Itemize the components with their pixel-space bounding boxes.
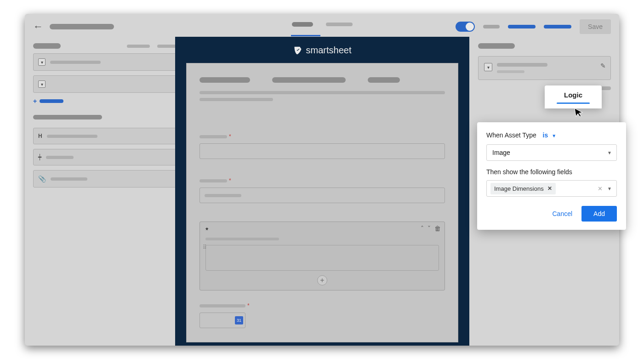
add-option-button[interactable]: + [317,275,327,285]
available-field-dropdown[interactable]: ▾ [33,53,180,71]
add-field-link[interactable]: + [33,97,180,105]
title-word-2 [272,77,346,83]
field-type-placeholder [497,70,524,73]
form-title-row [199,77,445,83]
dropdown-icon: ▾ [38,58,46,66]
operator-dropdown[interactable]: is ▼ [543,131,556,139]
logic-tab-underline [557,102,590,104]
title-word-3 [368,77,400,83]
form-field-date[interactable]: * 31 [199,302,445,328]
condition-value-select[interactable]: Image ▼ [486,144,617,161]
field-settings-heading-placeholder [478,43,515,49]
textarea-input[interactable] [205,245,439,271]
active-tab-underline [291,35,320,36]
top-bar: ← Save [25,14,619,40]
add-field-label-placeholder [40,99,63,103]
form-title-placeholder [50,24,114,29]
caret-down-icon: ▼ [607,150,612,155]
condition-row: When Asset Type is ▼ [486,131,617,139]
field-name-placeholder [497,63,547,67]
popover-actions: Cancel Add [486,206,617,222]
save-button[interactable]: Save [580,19,611,34]
operator-label: is [543,131,548,139]
drag-handle-icon[interactable]: ⠿ [203,244,206,250]
field-label-placeholder [199,179,227,182]
element-label-placeholder [51,177,87,181]
left-panel: ▾ ▾ + H ┿ 📎 [33,43,180,192]
tab-build[interactable] [292,22,313,27]
clear-all-icon[interactable]: ✕ [598,185,603,192]
brand-text: smartsheet [306,45,352,56]
required-asterisk: * [229,177,231,184]
edit-icon[interactable]: ✎ [600,62,606,69]
title-word-1 [199,77,250,83]
heading-icon: H [38,133,42,139]
condition-value-label: Image [492,149,510,156]
field-label-placeholder [50,61,101,64]
smartsheet-logo-icon [293,46,302,55]
move-down-icon[interactable]: ˅ [427,225,431,232]
link-share-placeholder[interactable] [508,25,536,28]
chip-label: Image Dimensions [494,185,544,192]
required-asterisk: * [205,227,208,234]
plus-icon: + [33,97,37,105]
selected-form-field[interactable]: ˄ ˅ 🗑 ⠿ * + [199,222,445,290]
available-field-dropdown-2[interactable]: ▾ [33,75,180,93]
caret-down-icon: ▼ [552,133,556,138]
tab-settings[interactable] [326,23,353,26]
add-button[interactable]: Add [581,206,617,222]
show-fields-multiselect[interactable]: Image Dimensions ✕ ✕ ▼ [486,180,617,197]
form-field-2[interactable]: * [199,177,445,203]
center-tabs [292,22,353,27]
delete-icon[interactable]: 🗑 [434,225,441,232]
then-label: Then show the following fields [486,168,617,176]
when-field-name: Asset Type [505,131,536,139]
cancel-button[interactable]: Cancel [552,210,572,217]
field-tools: ˄ ˅ 🗑 [421,225,441,232]
form-field-1[interactable]: * [199,133,445,159]
top-right-cluster: Save [456,19,611,34]
field-label-placeholder [199,304,245,307]
divider-icon: ┿ [38,154,41,160]
date-input[interactable]: 31 [199,313,245,328]
field-label-placeholder [199,135,227,138]
text-input[interactable] [199,188,445,203]
fields-section-header [33,43,180,49]
chip-remove-icon[interactable]: ✕ [547,185,552,192]
form-canvas: smartsheet * * ˄ ˅ 🗑 [175,37,469,346]
toggle-label-placeholder [483,25,500,28]
paperclip-icon: 📎 [38,175,46,182]
required-asterisk: * [229,133,231,140]
selected-field-chip: Image Dimensions ✕ [490,183,556,194]
form-active-toggle[interactable] [456,22,475,32]
fields-subaction-1[interactable] [127,45,150,48]
calendar-icon: 31 [235,316,243,324]
right-panel: ▾ ✎ [478,43,611,90]
when-prefix: When [486,131,503,139]
form-paper: * * ˄ ˅ 🗑 ⠿ * + * [186,63,458,342]
element-divider[interactable]: ┿ [33,149,180,165]
required-asterisk: * [247,302,250,309]
element-label-placeholder [47,135,97,138]
caret-down-icon: ▼ [607,186,612,191]
field-settings-card[interactable]: ▾ ✎ [478,56,611,80]
logic-popover: When Asset Type is ▼ Image ▼ Then show t… [477,122,626,230]
fields-heading-placeholder [33,43,61,49]
link-manage-placeholder[interactable] [544,25,571,28]
element-label-placeholder [46,156,74,159]
dropdown-icon: ▾ [484,63,492,71]
description-line-2 [199,98,273,101]
text-input[interactable] [199,143,445,159]
logic-tab[interactable]: Logic [545,85,602,108]
logic-tab-label: Logic [557,91,590,99]
dropdown-icon: ▾ [38,80,46,88]
move-up-icon[interactable]: ˄ [421,225,424,232]
back-arrow-icon[interactable]: ← [33,21,43,33]
input-value-placeholder [205,194,241,197]
element-attachment[interactable]: 📎 [33,170,180,188]
element-heading[interactable]: H [33,128,180,144]
form-elements-heading-placeholder [33,115,102,119]
description-line-1 [199,91,445,94]
field-help-placeholder [205,238,279,240]
smartsheet-brand: smartsheet [175,37,469,63]
